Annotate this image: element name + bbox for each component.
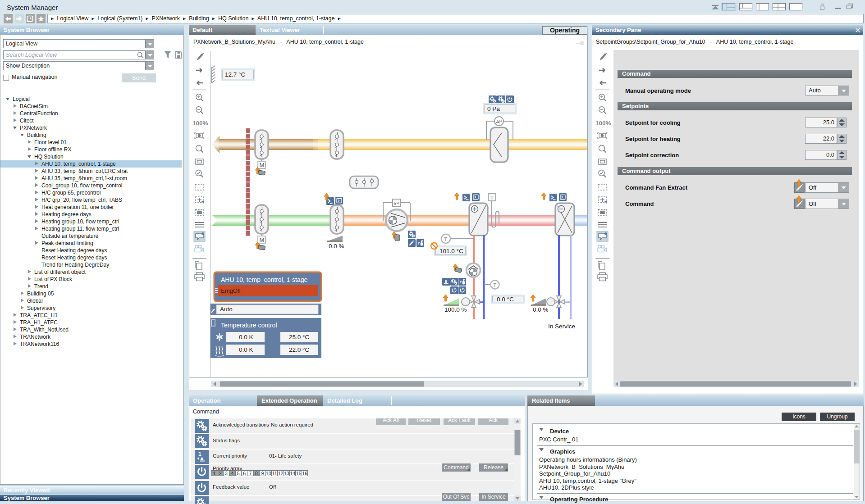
- svg-text:0.0 %: 0.0 %: [329, 243, 344, 250]
- svg-text:AHU 10, temp_control, 1-stage: AHU 10, temp_control, 1-stage: [221, 276, 307, 283]
- svg-text:0 Pa: 0 Pa: [487, 105, 500, 112]
- svg-text:In Service: In Service: [548, 323, 575, 330]
- svg-text:0.0 K: 0.0 K: [239, 346, 253, 353]
- svg-text:0.0 K: 0.0 K: [239, 334, 253, 341]
- svg-text:P: P: [397, 200, 399, 205]
- svg-text:12.7 °C: 12.7 °C: [225, 71, 245, 78]
- svg-text:101.0 °C: 101.0 °C: [439, 248, 463, 254]
- svg-text:Y: Y: [459, 280, 462, 284]
- svg-text:Temperature control: Temperature control: [221, 322, 277, 329]
- svg-text:EmgOff: EmgOff: [221, 287, 241, 294]
- svg-text:1: 1: [198, 451, 201, 457]
- svg-text:M: M: [260, 162, 265, 168]
- svg-text:T: T: [490, 195, 494, 200]
- svg-text:M: M: [260, 236, 265, 243]
- svg-text:0.0 %: 0.0 %: [533, 306, 549, 313]
- svg-text:25.0 °C: 25.0 °C: [289, 334, 309, 341]
- svg-text:Y: Y: [417, 241, 420, 245]
- svg-text:100.0 %: 100.0 %: [444, 306, 467, 313]
- svg-text:Auto: Auto: [220, 306, 233, 313]
- svg-text:P: P: [499, 119, 503, 124]
- svg-text:T: T: [494, 282, 497, 288]
- svg-text:22.0 °C: 22.0 °C: [289, 346, 309, 353]
- svg-text:T: T: [444, 236, 448, 242]
- svg-text:0.0 °C: 0.0 °C: [497, 296, 514, 303]
